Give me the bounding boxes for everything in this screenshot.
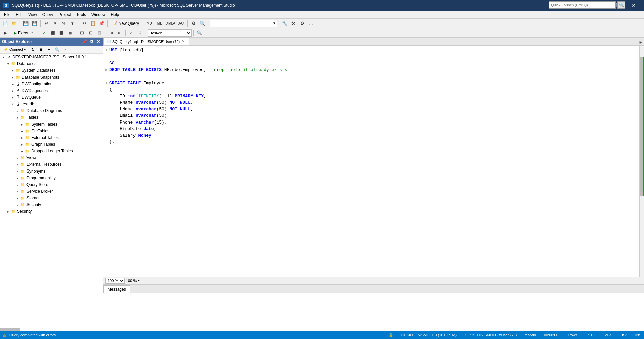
tree-item-security-testdb[interactable]: ▸📁Security: [0, 201, 103, 208]
oe-float-btn[interactable]: ⧉: [89, 39, 94, 44]
tree-expander-filetables[interactable]: ▸: [19, 128, 25, 134]
tree-item-droppedledger[interactable]: ▸📁Dropped Ledger Tables: [0, 148, 103, 154]
misc-btn1[interactable]: 🔍: [195, 29, 203, 37]
tree-item-testdb[interactable]: ▾🗄test-db: [0, 101, 103, 107]
tree-expander-programmability[interactable]: ▸: [15, 175, 20, 181]
collapse-4[interactable]: ⊟: [105, 67, 109, 72]
xml-btn[interactable]: XMLA: [166, 20, 176, 27]
grid-btn3[interactable]: ⊠: [95, 29, 103, 37]
props-btn[interactable]: ⚙: [190, 20, 198, 27]
oe-close-btn[interactable]: ✕: [96, 39, 101, 44]
tree-item-server[interactable]: ▾🖥DESKTOP-ISMOFCB (SQL Server 16.0.1: [0, 54, 103, 60]
dax-btn[interactable]: DAX: [176, 20, 186, 27]
tree-expander-security-root[interactable]: ▸: [5, 209, 11, 214]
tree-item-dbsnapshots[interactable]: ▸📁Database Snapshots: [0, 74, 103, 81]
paste-btn[interactable]: 📌: [98, 20, 106, 27]
tree-item-querystore[interactable]: ▸📁Query Store: [0, 181, 103, 188]
tree-expander-servicebroker[interactable]: ▸: [15, 189, 20, 194]
tree-item-systemdbs[interactable]: ▸📁System Databases: [0, 67, 103, 74]
tree-item-graphtables[interactable]: ▸📁Graph Tables: [0, 141, 103, 148]
menu-item-view[interactable]: View: [25, 12, 40, 18]
tree-item-security-root[interactable]: ▸📁Security: [0, 208, 103, 215]
oe-refresh-btn[interactable]: ↻: [29, 46, 37, 53]
tree-item-servicebroker[interactable]: ▸📁Service Broker: [0, 188, 103, 195]
database-select[interactable]: test-db: [148, 29, 192, 37]
tab-query1[interactable]: 📄SQLQuery1.sql - D...ISMOFCB\User (79)✕: [103, 38, 189, 45]
tree-expander-dbsnapshots[interactable]: ▸: [10, 75, 15, 80]
tree-item-exttables[interactable]: ▸📁External Tables: [0, 134, 103, 141]
tree-expander-droppedledger[interactable]: ▸: [19, 148, 25, 154]
copy-btn[interactable]: 📋: [89, 20, 97, 27]
tree-expander-systables[interactable]: ▸: [19, 122, 25, 127]
redo-dropdown[interactable]: ▾: [68, 20, 76, 27]
collapse-1[interactable]: ⊟: [105, 48, 109, 53]
vertical-scrollbar[interactable]: [639, 46, 644, 277]
search-btn2[interactable]: 🔍: [198, 20, 206, 27]
cut-btn[interactable]: ✂: [80, 20, 88, 27]
code-editor[interactable]: ⊟USE [test-db]GO⊟DROP TABLE IF EXISTS HR…: [103, 46, 639, 277]
tree-expander-tables[interactable]: ▾: [15, 115, 20, 120]
oe-pin-btn[interactable]: 📌: [81, 39, 88, 44]
tree-expander-extresources[interactable]: ▸: [15, 162, 20, 167]
wrench-btn[interactable]: ⚒: [289, 20, 298, 27]
tree-expander-exttables[interactable]: ▸: [19, 135, 25, 140]
tree-item-dwdiag[interactable]: ▸🗄DWDiagnostics: [0, 87, 103, 94]
menu-item-edit[interactable]: Edit: [13, 12, 25, 18]
mdt-btn[interactable]: MDT: [146, 20, 155, 27]
tree-expander-server[interactable]: ▾: [1, 54, 6, 60]
tree-expander-querystore[interactable]: ▸: [15, 182, 20, 187]
undo-dropdown[interactable]: ▾: [51, 20, 59, 27]
redo-btn[interactable]: ↪: [60, 20, 68, 27]
settings-btn[interactable]: ⚙: [298, 20, 306, 27]
execute-button[interactable]: ▶ Execute: [10, 29, 36, 37]
new-query-button[interactable]: 📝 New Query: [109, 20, 142, 27]
tree-item-views[interactable]: ▸📁Views: [0, 154, 103, 161]
uncomment-btn[interactable]: //: [136, 29, 144, 37]
tree-expander-dwconfig[interactable]: ▸: [10, 81, 15, 87]
tree-expander-graphtables[interactable]: ▸: [19, 142, 25, 147]
grid-btn1[interactable]: ⊞: [78, 29, 86, 37]
tree-expander-dwdiag[interactable]: ▸: [10, 88, 15, 93]
tree-expander-security-testdb[interactable]: ▸: [15, 202, 20, 207]
oe-filter-btn[interactable]: ▼: [45, 46, 53, 53]
oe-sync-btn[interactable]: ↔: [61, 46, 69, 53]
messages-tab-messages[interactable]: Messages: [103, 285, 130, 293]
tree-item-programmability[interactable]: ▸📁Programmability: [0, 175, 103, 181]
quick-launch-search-btn[interactable]: 🔍: [617, 1, 625, 9]
tree-item-databases[interactable]: ▾📁Databases: [0, 60, 103, 67]
tree-item-filetables[interactable]: ▸📁FileTables: [0, 128, 103, 134]
debug-btn[interactable]: ▶: [1, 29, 9, 37]
tree-expander-databases[interactable]: ▾: [5, 61, 11, 66]
menu-item-file[interactable]: File: [1, 12, 13, 18]
oe-filter2-btn[interactable]: 🔍: [53, 46, 61, 53]
tree-expander-dbdiagrams[interactable]: ▸: [15, 108, 20, 113]
mdi-btn[interactable]: MDI: [156, 20, 165, 27]
indent-btn[interactable]: ⇥: [107, 29, 115, 37]
search-dropdown[interactable]: ▾: [210, 20, 277, 27]
tree-item-tables[interactable]: ▾📁Tables: [0, 114, 103, 121]
tree-expander-systemdbs[interactable]: ▸: [10, 68, 15, 73]
tools-btn[interactable]: 🔧: [281, 20, 289, 27]
parse-btn3[interactable]: ▦: [66, 29, 74, 37]
tree-expander-views[interactable]: ▸: [15, 155, 20, 160]
tree-expander-storage[interactable]: ▸: [15, 195, 20, 201]
tree-item-extresources[interactable]: ▸📁External Resources: [0, 161, 103, 168]
tree-item-dbdiagrams[interactable]: ▸📁Database Diagrams: [0, 107, 103, 114]
menu-item-window[interactable]: Window: [89, 12, 108, 18]
new-file-btn[interactable]: 📄: [1, 20, 9, 27]
save-btn[interactable]: 💾: [22, 20, 30, 27]
tab-expand-icon[interactable]: ⊞: [639, 40, 643, 45]
tree-item-systables[interactable]: ▸📁System Tables: [0, 121, 103, 128]
comment-btn[interactable]: /*: [127, 29, 136, 37]
oe-scrollbar[interactable]: [0, 328, 4, 331]
quick-launch-input[interactable]: [549, 1, 616, 9]
parse-btn2[interactable]: ⬛: [57, 29, 65, 37]
tree-item-dwqueue[interactable]: ▸🗄DWQueue: [0, 94, 103, 101]
tree-item-synonyms[interactable]: ▸📁Synonyms: [0, 168, 103, 175]
oe-stop-btn[interactable]: ⏹: [37, 46, 45, 53]
oe-connect-button[interactable]: ⚡ Connect ▾: [1, 47, 29, 52]
menu-item-query[interactable]: Query: [40, 12, 56, 18]
more-btn[interactable]: …: [307, 20, 315, 27]
close-button[interactable]: ✕: [626, 0, 641, 11]
tree-expander-dwqueue[interactable]: ▸: [10, 95, 15, 100]
